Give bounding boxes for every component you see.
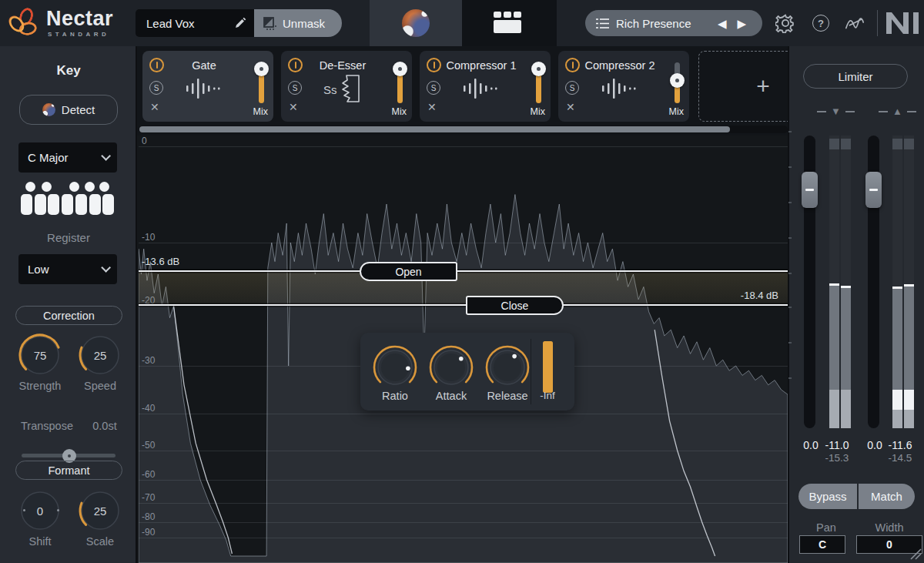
- svg-text:Ss: Ss: [323, 83, 337, 96]
- meter-scale-tick: [788, 307, 792, 308]
- mix-slider[interactable]: [531, 55, 546, 106]
- open-threshold-line[interactable]: [139, 270, 788, 272]
- level-meter-bar: [904, 136, 914, 428]
- register-select[interactable]: Low: [18, 254, 117, 284]
- meter-scale-tick: [788, 377, 792, 379]
- mix-knob[interactable]: [254, 62, 269, 76]
- mix-label: Mix: [669, 106, 684, 117]
- top-bar: Nectar STANDARD Lead Vox Unmask: [0, 0, 924, 46]
- assistant-sphere-icon: [402, 9, 430, 37]
- piano-black-key: [69, 182, 79, 192]
- horizontal-scrollbar[interactable]: [139, 126, 788, 133]
- module-title: Compressor 1: [440, 59, 523, 72]
- gain-down-indicator: ▼: [817, 106, 855, 116]
- transpose-value: 0.0st: [66, 420, 143, 432]
- mix-slider[interactable]: [253, 55, 269, 106]
- mix-knob[interactable]: [531, 62, 546, 76]
- close-threshold-line[interactable]: [139, 304, 788, 306]
- mix-slider[interactable]: [669, 55, 685, 106]
- help-icon[interactable]: ?: [810, 12, 832, 34]
- key-select[interactable]: C Major: [18, 142, 117, 173]
- mix-label: Mix: [253, 106, 268, 117]
- level-value: -11.0: [819, 439, 855, 451]
- gate-floor-slider[interactable]: [543, 341, 553, 393]
- module-card-gate[interactable]: Gate S ✕ Mix: [142, 51, 273, 122]
- module-card-compressor-2[interactable]: Compressor 2 S ✕ Mix: [558, 51, 689, 122]
- remove-module-button[interactable]: ✕: [427, 102, 437, 112]
- previous-preset-button[interactable]: ◀: [712, 18, 732, 29]
- mix-slider[interactable]: [392, 55, 407, 106]
- scrollbar-thumb[interactable]: [139, 126, 730, 132]
- correction-section-button[interactable]: Correction: [15, 306, 122, 325]
- detect-key-button[interactable]: Detect: [19, 95, 118, 125]
- formant-scale-knob[interactable]: 25: [77, 488, 123, 534]
- signature-scribble-icon[interactable]: [844, 12, 865, 34]
- correction-strength-knob[interactable]: 75: [17, 332, 63, 378]
- gate-controls-panel: Ratio Attack Release -Inf: [360, 333, 574, 411]
- peak-value: -15.3: [819, 452, 855, 464]
- solo-button[interactable]: S: [427, 81, 440, 95]
- mix-knob[interactable]: [670, 73, 685, 88]
- resize-grip[interactable]: [909, 545, 922, 561]
- module-card-de-esser[interactable]: De-Esser S Ss ✕ Mix: [281, 51, 412, 122]
- module-title: Gate: [162, 59, 246, 72]
- module-card-compressor-1[interactable]: Compressor 1 S ✕ Mix: [420, 51, 551, 122]
- close-threshold-value: -18.4 dB: [741, 290, 778, 301]
- solo-button[interactable]: S: [149, 81, 163, 95]
- preset-name-field[interactable]: Lead Vox: [136, 9, 254, 37]
- edit-pencil-icon[interactable]: [234, 17, 246, 29]
- meter-scale-tick: [788, 166, 792, 168]
- gate-release-knob[interactable]: [484, 343, 531, 391]
- formant-section-button[interactable]: Formant: [15, 461, 122, 480]
- app-name: Nectar: [46, 7, 113, 31]
- remove-module-button[interactable]: ✕: [150, 102, 159, 112]
- unmask-button[interactable]: Unmask: [254, 9, 342, 37]
- preset-browser[interactable]: Rich Presence ◀ ▶: [585, 10, 762, 36]
- key-sidebar: Key Detect C Major Register Low Correcti…: [0, 46, 137, 563]
- pan-value-box[interactable]: C: [799, 535, 845, 554]
- meter-bars-icon: [186, 77, 222, 100]
- chevron-down-icon: [101, 151, 111, 161]
- ni-logo[interactable]: [886, 12, 919, 34]
- gate-attack-knob[interactable]: [427, 343, 475, 391]
- key-section-title: Key: [0, 63, 137, 79]
- output-panel: Limiter ▼ 0.0 -11.0 -15.3 ▲: [788, 46, 924, 563]
- module-title: Compressor 2: [578, 59, 661, 72]
- piano-white-key: [89, 194, 101, 215]
- close-threshold-handle[interactable]: Close: [466, 296, 564, 315]
- meter-scale-tick: [788, 342, 792, 343]
- remove-module-button[interactable]: ✕: [566, 102, 575, 112]
- piano-black-key: [42, 182, 52, 192]
- bypass-button[interactable]: Bypass: [798, 484, 857, 509]
- gain-fader-handle[interactable]: [865, 172, 882, 208]
- tab-modules[interactable]: [462, 0, 557, 46]
- meter-bars-icon: [602, 77, 638, 100]
- settings-gear-icon[interactable]: [775, 12, 796, 34]
- assistant-sphere-icon: [42, 103, 55, 116]
- match-button[interactable]: Match: [859, 484, 915, 509]
- topbar-divider: [877, 10, 878, 36]
- open-threshold-handle[interactable]: Open: [360, 262, 457, 281]
- piano-black-key: [25, 182, 35, 192]
- mix-label: Mix: [392, 106, 407, 117]
- plus-icon: +: [756, 75, 770, 98]
- next-preset-button[interactable]: ▶: [732, 18, 752, 29]
- module-icon: [593, 74, 647, 103]
- tab-assistant[interactable]: [370, 0, 462, 46]
- register-label: Register: [0, 231, 137, 244]
- solo-button[interactable]: S: [565, 81, 579, 95]
- solo-button[interactable]: S: [288, 81, 302, 95]
- nectar-logo-icon: [6, 5, 42, 41]
- preset-list-icon: [596, 18, 609, 29]
- limiter-button[interactable]: Limiter: [803, 64, 908, 89]
- piano-black-key: [85, 182, 95, 192]
- gate-ratio-knob[interactable]: [371, 343, 419, 391]
- width-label: Width: [859, 521, 920, 534]
- gain-fader-handle[interactable]: [802, 172, 818, 208]
- peak-value: -14.5: [882, 452, 918, 464]
- module-title: De-Esser: [301, 59, 384, 72]
- mix-knob[interactable]: [393, 62, 407, 76]
- correction-speed-knob[interactable]: 25: [77, 332, 123, 378]
- hysteresis-band: [139, 272, 788, 304]
- remove-module-button[interactable]: ✕: [289, 102, 298, 112]
